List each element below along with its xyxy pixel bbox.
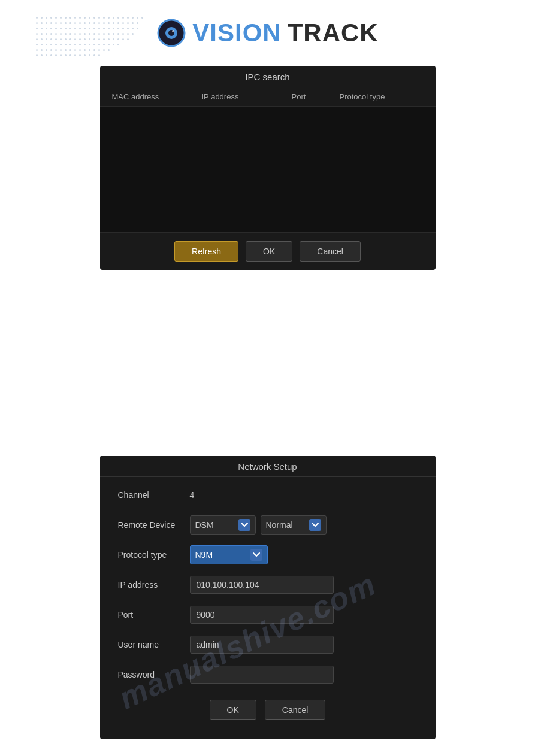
svg-rect-0 (36, 17, 38, 19)
channel-label: Channel (118, 490, 190, 500)
svg-rect-112 (55, 44, 57, 45)
remote-device-value: DSM (195, 520, 235, 530)
svg-rect-69 (46, 33, 47, 35)
svg-rect-54 (79, 28, 81, 29)
svg-rect-121 (98, 44, 100, 45)
svg-rect-141 (108, 49, 110, 51)
svg-rect-2 (46, 17, 47, 19)
protocol-type-select[interactable]: N9M (190, 545, 268, 564)
svg-rect-140 (103, 49, 105, 51)
svg-rect-67 (36, 33, 38, 35)
page-header: // Generate dots inline via SVG rects in… (0, 0, 535, 60)
svg-rect-4 (55, 17, 57, 19)
svg-rect-115 (69, 44, 71, 45)
svg-rect-64 (127, 28, 129, 29)
svg-rect-131 (60, 49, 62, 51)
username-input[interactable] (190, 636, 334, 654)
ipc-column-headers: MAC address IP address Port Protocol typ… (100, 87, 436, 107)
ip-address-input[interactable] (190, 576, 334, 594)
port-label: Port (118, 610, 190, 620)
ip-address-row: IP address (118, 574, 418, 596)
remote-device-mode-value: Normal (266, 520, 306, 530)
svg-rect-114 (65, 44, 67, 45)
ip-address-header: IP address (202, 92, 292, 101)
svg-rect-119 (89, 44, 90, 45)
svg-rect-26 (50, 22, 52, 24)
svg-rect-100 (93, 38, 95, 40)
network-cancel-button[interactable]: Cancel (265, 700, 326, 720)
svg-rect-88 (36, 38, 38, 40)
svg-rect-126 (36, 49, 38, 51)
svg-rect-79 (93, 33, 95, 35)
svg-rect-30 (69, 22, 71, 24)
port-input[interactable] (190, 606, 334, 624)
svg-rect-127 (41, 49, 43, 51)
svg-rect-42 (127, 22, 129, 24)
svg-rect-18 (122, 17, 124, 19)
svg-rect-148 (65, 54, 67, 56)
svg-rect-153 (89, 54, 90, 56)
channel-value: 4 (190, 490, 195, 500)
svg-rect-53 (74, 28, 76, 29)
username-row: User name (118, 634, 418, 655)
svg-rect-66 (137, 28, 138, 29)
svg-rect-72 (60, 33, 62, 35)
password-input[interactable] (190, 666, 334, 684)
ipc-search-title: IPC search (100, 66, 436, 87)
svg-rect-14 (103, 17, 105, 19)
svg-rect-81 (103, 33, 105, 35)
svg-rect-37 (103, 22, 105, 24)
svg-rect-142 (36, 54, 38, 56)
svg-rect-76 (79, 33, 81, 35)
protocol-type-label: Protocol type (118, 550, 190, 560)
ip-address-label: IP address (118, 580, 190, 590)
svg-rect-139 (98, 49, 100, 51)
remote-device-row: Remote Device DSM Normal (118, 514, 418, 536)
ipc-cancel-button[interactable]: Cancel (300, 241, 361, 262)
svg-rect-3 (50, 17, 52, 19)
svg-rect-80 (98, 33, 100, 35)
svg-rect-117 (79, 44, 81, 45)
svg-rect-25 (46, 22, 47, 24)
svg-rect-31 (74, 22, 76, 24)
svg-rect-12 (93, 17, 95, 19)
port-header: Port (292, 92, 340, 101)
port-row: Port (118, 604, 418, 626)
ipc-device-list (100, 107, 436, 232)
svg-point-159 (172, 30, 174, 32)
network-ok-button[interactable]: OK (210, 700, 256, 720)
svg-rect-134 (74, 49, 76, 51)
username-label: User name (118, 640, 190, 649)
svg-rect-97 (79, 38, 81, 40)
svg-rect-36 (98, 22, 100, 24)
ipc-button-row: Refresh OK Cancel (100, 232, 436, 270)
svg-rect-103 (108, 38, 110, 40)
svg-rect-137 (89, 49, 90, 51)
svg-rect-35 (93, 22, 95, 24)
svg-rect-143 (41, 54, 43, 56)
svg-rect-138 (93, 49, 95, 51)
svg-rect-93 (60, 38, 62, 40)
svg-rect-75 (74, 33, 76, 35)
logo-vision: VISION (192, 19, 281, 47)
ipc-ok-button[interactable]: OK (246, 241, 292, 262)
svg-rect-89 (41, 38, 43, 40)
refresh-button[interactable]: Refresh (174, 241, 238, 262)
svg-rect-149 (69, 54, 71, 56)
svg-rect-41 (122, 22, 124, 24)
svg-rect-83 (113, 33, 114, 35)
svg-rect-129 (50, 49, 52, 51)
svg-rect-46 (41, 28, 43, 29)
decorative-dots: // Generate dots inline via SVG rects in… (36, 17, 144, 65)
svg-rect-6 (65, 17, 67, 19)
svg-rect-27 (55, 22, 57, 24)
svg-rect-71 (55, 33, 57, 35)
svg-rect-145 (50, 54, 52, 56)
svg-rect-11 (89, 17, 90, 19)
remote-device-mode-select[interactable]: Normal (261, 515, 327, 535)
svg-rect-55 (84, 28, 86, 29)
svg-rect-150 (74, 54, 76, 56)
svg-rect-44 (137, 22, 138, 24)
svg-rect-123 (108, 44, 110, 45)
remote-device-select[interactable]: DSM (190, 515, 256, 535)
